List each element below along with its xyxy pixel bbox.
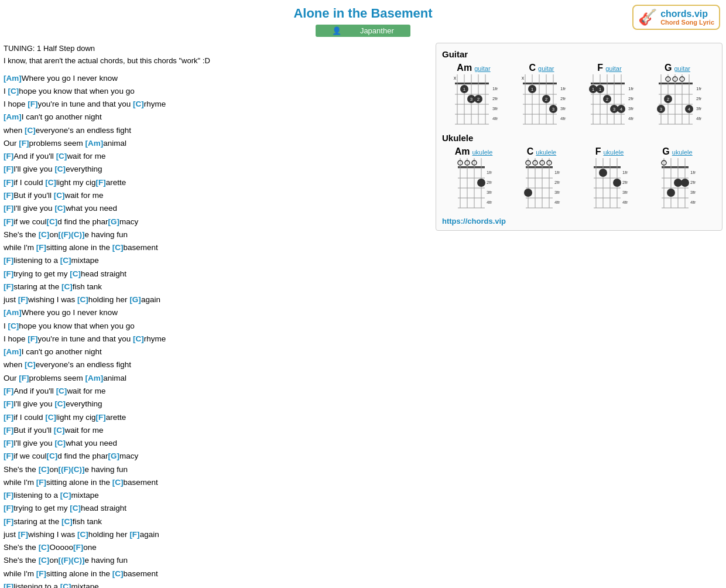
lyric-line: I [C]hope you know that when you go xyxy=(4,85,427,98)
person-icon: 👤 xyxy=(324,25,350,37)
lyric-line: Our [F]problems seem [Am]animal xyxy=(4,372,427,385)
lyric-line: when [C]everyone's an endless fight xyxy=(4,124,427,137)
svg-text:4fr: 4fr xyxy=(560,116,566,121)
site-logo: 🎸 chords.vip Chord Song Lyric xyxy=(632,5,720,30)
g-guitar-diagram: 1fr 2fr 3fr 4fr 2 3 4 xyxy=(651,74,704,127)
g-guitar-type[interactable]: guitar xyxy=(674,65,690,72)
svg-text:2: 2 xyxy=(477,97,480,102)
logo-brand: chords.vip xyxy=(660,9,714,19)
svg-text:1fr: 1fr xyxy=(696,86,702,91)
svg-text:4fr: 4fr xyxy=(628,116,634,121)
svg-text:2fr: 2fr xyxy=(554,180,560,185)
svg-text:2fr: 2fr xyxy=(628,96,634,101)
svg-text:1fr: 1fr xyxy=(492,86,498,91)
g-uke-name: G xyxy=(662,146,669,157)
svg-text:3fr: 3fr xyxy=(554,190,560,195)
svg-point-129 xyxy=(524,189,532,197)
svg-text:3: 3 xyxy=(470,97,473,102)
lyric-line: just [F]wishing I was [C]holding her [F]… xyxy=(4,528,427,541)
lyric-line: [F]I'll give you [C]what you need xyxy=(4,437,427,450)
guitar-label: Guitar xyxy=(442,49,716,59)
svg-text:2fr: 2fr xyxy=(560,96,566,101)
svg-text:4fr: 4fr xyxy=(487,200,492,205)
svg-point-110 xyxy=(477,179,485,187)
svg-text:3fr: 3fr xyxy=(622,190,628,195)
svg-text:3fr: 3fr xyxy=(487,190,492,195)
ukulele-chord-diagrams: Am ukulele xyxy=(442,146,716,211)
am-guitar-type[interactable]: guitar xyxy=(474,65,491,72)
page-title: Alone in the Basement xyxy=(0,0,726,25)
lyric-line: while I'm [F]sitting alone in the [C]bas… xyxy=(4,476,427,489)
chord-c-guitar: C guitar x xyxy=(510,63,573,127)
svg-text:3fr: 3fr xyxy=(492,106,498,111)
svg-point-145 xyxy=(613,179,621,187)
svg-text:1fr: 1fr xyxy=(554,170,560,175)
main-layout: TUNING: 1 Half Step down I know, that ar… xyxy=(0,43,726,588)
svg-text:2fr: 2fr xyxy=(492,96,498,101)
svg-text:2fr: 2fr xyxy=(622,180,628,185)
svg-text:4fr: 4fr xyxy=(696,116,702,121)
chords-sidebar: Guitar Am guitar xyxy=(436,43,722,231)
svg-text:3fr: 3fr xyxy=(560,106,566,111)
svg-text:4fr: 4fr xyxy=(554,200,560,205)
c-guitar-diagram: x 1fr 2fr 3fr 4fr 1 2 3 xyxy=(515,74,568,127)
svg-text:2fr: 2fr xyxy=(690,180,696,185)
chord-diagram-url[interactable]: https://chords.vip xyxy=(442,217,716,225)
c-uke-diagram: 1fr 2fr 3fr 4fr xyxy=(515,158,568,211)
lyric-line: just [F]wishing I was [C]holding her [G]… xyxy=(4,293,427,306)
lyric-line: [F]listening to a [C]mixtape xyxy=(4,254,427,267)
f-uke-type[interactable]: ukulele xyxy=(603,149,624,156)
am-uke-name: Am xyxy=(455,146,470,157)
svg-text:4fr: 4fr xyxy=(622,200,628,205)
lyric-line: [F]And if you'll [C]wait for me xyxy=(4,150,427,163)
svg-text:3fr: 3fr xyxy=(690,190,696,195)
lyric-line: I [C]hope you know that when you go xyxy=(4,320,427,333)
lyric-line: [Am]Where you go I never know xyxy=(4,72,427,85)
c-guitar-type[interactable]: guitar xyxy=(538,65,554,72)
lyric-line: [F]if I could [C]light my cig[F]arette xyxy=(4,176,427,189)
chord-g-ukulele: G ukulele xyxy=(646,146,709,211)
c-uke-type[interactable]: ukulele xyxy=(536,149,556,156)
svg-text:1: 1 xyxy=(592,87,595,92)
svg-text:2: 2 xyxy=(545,97,548,102)
svg-point-144 xyxy=(599,169,607,177)
artist-name[interactable]: 👤 Japanther xyxy=(316,25,410,37)
lyric-line: [F]staring at the [C]fish tank xyxy=(4,281,427,293)
lyric-line: She's the [C]Ooooo[F]one xyxy=(4,541,427,554)
lyric-line: [F]staring at the [C]fish tank xyxy=(4,515,427,528)
artist-badge-container: 👤 Japanther xyxy=(0,25,726,37)
svg-text:2fr: 2fr xyxy=(696,96,702,101)
f-guitar-type[interactable]: guitar xyxy=(605,65,622,72)
lyric-line: [F]listening to a [C]mixtape xyxy=(4,580,427,588)
lyrics-block: [Am]Where you go I never knowI [C]hope y… xyxy=(4,72,427,588)
svg-text:1: 1 xyxy=(599,87,602,92)
lyric-line: [F]trying to get my [C]head straight xyxy=(4,502,427,515)
lyric-line: [F]if I could [C]light my cig[F]arette xyxy=(4,411,427,424)
lyric-line: She's the [C]on[(F)(C)]e having fun xyxy=(4,554,427,567)
logo-subtitle: Chord Song Lyric xyxy=(660,19,714,26)
svg-text:4fr: 4fr xyxy=(492,116,498,121)
g-uke-type[interactable]: ukulele xyxy=(672,149,693,156)
svg-text:1: 1 xyxy=(531,87,534,92)
am-uke-type[interactable]: ukulele xyxy=(472,149,492,156)
lyric-line: [F]I'll give you [C]everything xyxy=(4,163,427,176)
guitar-icon: 🎸 xyxy=(638,8,657,26)
lyric-line: I hope [F]you're in tune and that you [C… xyxy=(4,98,427,111)
svg-text:1fr: 1fr xyxy=(690,170,696,175)
g-guitar-name: G xyxy=(665,63,672,73)
svg-text:2fr: 2fr xyxy=(487,180,492,185)
lyric-line: while I'm [F]sitting alone in the [C]bas… xyxy=(4,241,427,254)
svg-text:4: 4 xyxy=(688,107,691,112)
svg-point-163 xyxy=(667,189,675,197)
lyric-line: [F]trying to get my [C]head straight xyxy=(4,268,427,281)
tuning-note: TUNING: 1 Half Step down I know, that ar… xyxy=(4,43,427,67)
svg-text:2: 2 xyxy=(606,97,609,102)
svg-text:2: 2 xyxy=(667,97,670,102)
svg-text:x: x xyxy=(522,75,525,81)
f-uke-diagram: 1fr 2fr 3fr 4fr xyxy=(583,158,636,211)
svg-text:3: 3 xyxy=(613,107,616,112)
f-uke-name: F xyxy=(595,146,601,157)
svg-point-162 xyxy=(681,179,689,187)
chord-g-guitar: G guitar xyxy=(646,63,709,127)
g-uke-diagram: 1fr 2fr 3fr 4fr xyxy=(651,158,704,211)
